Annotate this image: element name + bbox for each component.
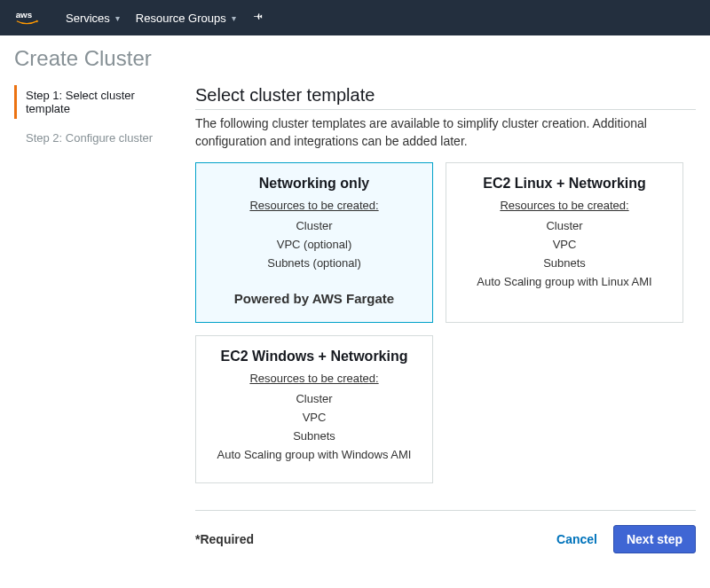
pin-icon[interactable] xyxy=(252,11,264,26)
resources-label: Resources to be created: xyxy=(207,372,422,385)
page-title: Create Cluster xyxy=(14,46,696,71)
top-nav: aws Services ▾ Resource Groups ▾ xyxy=(0,0,710,35)
resource-item: Subnets (optional) xyxy=(207,256,422,270)
cancel-button[interactable]: Cancel xyxy=(556,532,597,546)
nav-services-label: Services xyxy=(66,12,110,25)
resource-item: Auto Scaling group with Windows AMI xyxy=(207,448,422,461)
nav-services[interactable]: Services ▾ xyxy=(66,12,120,25)
resource-item: Cluster xyxy=(207,219,422,232)
main-content: Select cluster template The following cl… xyxy=(195,85,696,553)
card-title: Networking only xyxy=(207,176,422,192)
template-cards: Networking only Resources to be created:… xyxy=(195,162,696,483)
aws-logo-icon: aws xyxy=(14,8,50,27)
resource-item: Auto Scaling group with Linux AMI xyxy=(457,275,672,288)
card-title: EC2 Linux + Networking xyxy=(457,176,672,192)
step-2[interactable]: Step 2: Configure cluster xyxy=(14,128,174,148)
chevron-down-icon: ▾ xyxy=(232,13,236,23)
chevron-down-icon: ▾ xyxy=(115,13,120,23)
template-card-ec2-windows[interactable]: EC2 Windows + Networking Resources to be… xyxy=(195,335,433,483)
step-1[interactable]: Step 1: Select cluster template xyxy=(14,85,174,119)
section-title: Select cluster template xyxy=(195,85,696,110)
resource-item: VPC xyxy=(207,411,422,424)
resources-label: Resources to be created: xyxy=(457,199,672,212)
page-container: Create Cluster Step 1: Select cluster te… xyxy=(0,35,710,564)
resource-item: Cluster xyxy=(207,392,422,405)
resource-item: Subnets xyxy=(457,256,672,270)
resource-item: Subnets xyxy=(207,429,422,443)
required-label: *Required xyxy=(195,532,254,546)
wizard-steps: Step 1: Select cluster template Step 2: … xyxy=(14,85,174,553)
resource-item: Cluster xyxy=(457,219,672,232)
section-description: The following cluster templates are avai… xyxy=(195,115,696,150)
card-title: EC2 Windows + Networking xyxy=(207,349,422,365)
card-footer: Powered by AWS Fargate xyxy=(207,291,422,306)
layout: Step 1: Select cluster template Step 2: … xyxy=(14,85,696,553)
next-step-button[interactable]: Next step xyxy=(613,525,696,553)
resources-label: Resources to be created: xyxy=(207,199,422,212)
template-card-ec2-linux[interactable]: EC2 Linux + Networking Resources to be c… xyxy=(446,162,683,323)
nav-resource-groups[interactable]: Resource Groups ▾ xyxy=(136,12,236,25)
resource-item: VPC (optional) xyxy=(207,238,422,251)
aws-logo[interactable]: aws xyxy=(14,8,50,27)
nav-resource-groups-label: Resource Groups xyxy=(136,12,226,25)
resource-item: VPC xyxy=(457,238,672,251)
template-card-networking-only[interactable]: Networking only Resources to be created:… xyxy=(195,162,433,323)
bottom-bar: *Required Cancel Next step xyxy=(195,510,696,553)
svg-text:aws: aws xyxy=(16,10,33,20)
